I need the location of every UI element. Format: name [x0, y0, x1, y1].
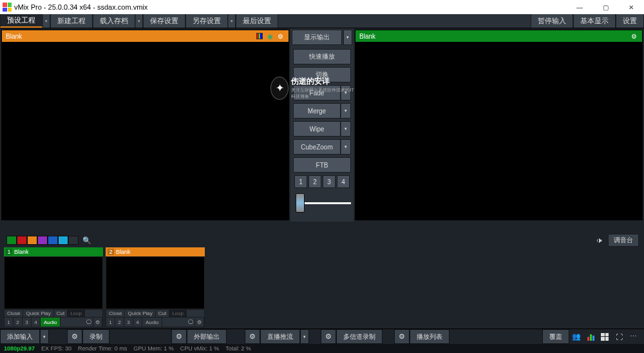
preview-color-icon[interactable]: ◉	[265, 32, 274, 41]
preview-colorbars-icon[interactable]	[255, 32, 264, 41]
status-total: Total: 2 %	[225, 345, 251, 352]
input-ov2-button[interactable]: 2	[115, 318, 124, 327]
input-monitor-icon[interactable]: 🖵	[186, 318, 195, 327]
stream-gear-icon[interactable]: ⚙	[245, 329, 260, 344]
audio-mixer-button[interactable]: 调音台	[608, 234, 639, 247]
input-tile-video[interactable]	[106, 256, 205, 309]
output-video[interactable]	[355, 42, 642, 220]
minimize-button[interactable]: ―	[567, 0, 592, 14]
category-swatch[interactable]	[37, 236, 48, 245]
overlay-3-button[interactable]: 3	[323, 175, 336, 188]
input-tile-overlays: 1234Audio🖵⚙	[4, 318, 103, 327]
playlist-gear-icon[interactable]: ⚙	[394, 329, 410, 344]
category-palette[interactable]	[6, 236, 79, 245]
stream-button[interactable]: 直播推流	[260, 329, 300, 344]
input-audio-button[interactable]: Audio	[142, 318, 162, 327]
input-loop-button[interactable]: Loop	[169, 310, 187, 317]
wipe-button[interactable]: Wipe	[293, 121, 341, 137]
t-bar[interactable]	[293, 193, 351, 213]
input-tile-video[interactable]	[4, 256, 103, 309]
input-ov1-button[interactable]: 1	[5, 318, 14, 327]
record-button[interactable]: 录制	[82, 329, 109, 344]
input-ov3-button[interactable]: 3	[124, 318, 133, 327]
output-gear-icon[interactable]: ⚙	[629, 32, 638, 41]
cubezoom-dropdown[interactable]: ▾	[341, 139, 351, 155]
input-close-button[interactable]: Close	[5, 310, 23, 317]
preview-header: Blank ◉ ⚙	[2, 30, 289, 42]
status-resolution: 1080p29.97	[4, 345, 35, 352]
ftb-button[interactable]: FTB	[293, 157, 351, 173]
merge-dropdown[interactable]: ▾	[341, 103, 351, 119]
load-save-dropdown[interactable]: ▾	[135, 14, 143, 28]
overlay-4-button[interactable]: 4	[337, 175, 350, 188]
maximize-button[interactable]: ▢	[592, 0, 618, 14]
input-cut-button[interactable]: Cut	[156, 310, 169, 317]
input-gear-icon[interactable]: ⚙	[195, 318, 204, 327]
new-project-button[interactable]: 新建工程	[50, 14, 93, 28]
input-ov4-button[interactable]: 4	[32, 318, 41, 327]
speaker-icon[interactable]: 🕩	[596, 236, 603, 244]
record-gear-icon[interactable]: ⚙	[67, 329, 82, 344]
input-monitor-icon[interactable]: 🖵	[84, 318, 93, 327]
pause-input-button[interactable]: 暂停输入	[531, 14, 573, 28]
category-swatch[interactable]	[58, 236, 68, 245]
input-close-button[interactable]: Close	[106, 310, 125, 317]
preset-project-button[interactable]: 预设工程	[0, 14, 43, 28]
fade-dropdown[interactable]: ▾	[341, 85, 351, 100]
people-icon[interactable]: 👥	[570, 332, 583, 342]
add-input-dropdown[interactable]: ▾	[40, 329, 49, 344]
external-gear-icon[interactable]: ⚙	[171, 329, 187, 344]
preset-project-dropdown[interactable]: ▾	[43, 14, 50, 28]
input-ov3-button[interactable]: 3	[23, 318, 32, 327]
input-gear-icon[interactable]: ⚙	[93, 318, 102, 327]
category-swatch[interactable]	[48, 236, 58, 245]
last-settings-button[interactable]: 最后设置	[236, 14, 278, 28]
save-settings-button[interactable]: 保存设置	[143, 14, 185, 28]
levels-icon[interactable]	[584, 332, 597, 342]
cubezoom-button[interactable]: CubeZoom	[293, 139, 341, 155]
preview-video[interactable]	[2, 42, 289, 220]
basic-display-button[interactable]: 基本显示	[573, 14, 616, 28]
input-tile[interactable]: 2BlankCloseQuick PlayCutLoop1234Audio🖵⚙	[106, 247, 205, 327]
category-swatch[interactable]	[27, 236, 37, 245]
category-swatch[interactable]	[68, 236, 79, 245]
settings-button[interactable]: 设置	[616, 14, 644, 28]
stream-dropdown[interactable]: ▾	[300, 329, 309, 344]
input-cut-button[interactable]: Cut	[54, 310, 68, 317]
fade-button[interactable]: Fade	[293, 85, 341, 100]
quickplay-button[interactable]: 快速播放	[293, 49, 351, 64]
preview-gear-icon[interactable]: ⚙	[276, 32, 285, 41]
overlay-1-button[interactable]: 1	[294, 175, 307, 188]
input-ov1-button[interactable]: 1	[106, 318, 115, 327]
input-tile[interactable]: 1BlankCloseQuick PlayCutLoop1234Audio🖵⚙	[4, 247, 103, 327]
input-ov4-button[interactable]: 4	[133, 318, 142, 327]
save-as-button[interactable]: 另存设置	[185, 14, 228, 28]
save-as-dropdown[interactable]: ▾	[228, 14, 236, 28]
add-input-button[interactable]: 添加输入	[0, 329, 40, 344]
display-output-button[interactable]: 显示输出	[292, 30, 342, 45]
grid-icon[interactable]	[598, 332, 611, 342]
status-gpu: GPU Mem: 1 %	[133, 345, 174, 352]
fullscreen-icon[interactable]: ⛶	[612, 332, 625, 342]
input-quickplay-button[interactable]: Quick Play	[23, 310, 53, 317]
wipe-dropdown[interactable]: ▾	[341, 121, 351, 137]
overlay-button[interactable]: 覆盖	[542, 329, 569, 344]
input-loop-button[interactable]: Loop	[68, 310, 85, 317]
overlay-2-button[interactable]: 2	[308, 175, 321, 188]
input-audio-button[interactable]: Audio	[41, 318, 61, 327]
category-swatch[interactable]	[17, 236, 27, 245]
playlist-button[interactable]: 播放列表	[410, 329, 450, 344]
close-window-button[interactable]: ✕	[618, 0, 644, 14]
input-ov2-button[interactable]: 2	[14, 318, 23, 327]
multicorder-gear-icon[interactable]: ⚙	[321, 329, 336, 344]
search-icon[interactable]: 🔍	[81, 236, 93, 245]
display-output-dropdown[interactable]: ▾	[343, 30, 352, 45]
category-swatch[interactable]	[6, 236, 17, 245]
more-icon[interactable]: ⋯	[627, 332, 639, 342]
cut-button[interactable]: 切换	[293, 67, 351, 82]
merge-button[interactable]: Merge	[293, 103, 341, 119]
multicorder-button[interactable]: 多信道录制	[336, 329, 383, 344]
input-quickplay-button[interactable]: Quick Play	[125, 310, 155, 317]
external-output-button[interactable]: 外部输出	[187, 329, 227, 344]
load-save-button[interactable]: 载入存档	[93, 14, 135, 28]
